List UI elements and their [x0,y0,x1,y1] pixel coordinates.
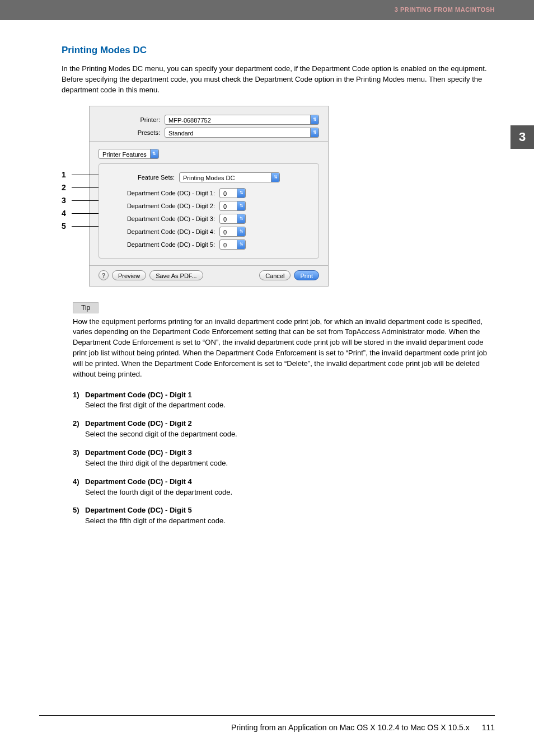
callout-4: 4 [62,207,66,220]
digit-4-select[interactable]: 0⇅ [219,227,246,237]
chevron-updown-icon: ⇅ [237,240,245,249]
help-button[interactable]: ? [99,270,109,280]
item-desc: Select the second digit of the departmen… [85,429,237,440]
digit-2-value: 0 [220,201,237,210]
header-band: 3 PRINTING FROM MACINTOSH [0,0,534,20]
item-desc: Select the fourth digit of the departmen… [85,487,232,498]
save-pdf-button[interactable]: Save As PDF... [149,270,203,280]
section-heading: Printing Modes DC [62,45,495,56]
digit-1-value: 0 [220,189,237,198]
feature-sets-label: Feature Sets: [138,174,175,181]
list-item: 2)Department Code (DC) - Digit 2Select t… [73,419,495,440]
print-dialog: Printer: MFP-06887752 ⇅ Presets: Standar… [89,106,329,287]
panel-select[interactable]: Printer Features ⇅ [99,149,159,159]
printer-select[interactable]: MFP-06887752 ⇅ [165,115,319,125]
item-title: Department Code (DC) - Digit 3 [85,448,228,458]
digit-3-select[interactable]: 0⇅ [219,214,246,224]
digit-5-value: 0 [220,240,237,249]
definition-list: 1)Department Code (DC) - Digit 1Select t… [73,390,495,527]
digit-2-select[interactable]: 0⇅ [219,201,246,211]
dialog-buttons: ? Preview Save As PDF... Cancel Print [99,270,319,280]
digit-4-label: Department Code (DC) - Digit 4: [106,228,215,235]
item-num: 2) [73,419,85,440]
digit-4-value: 0 [220,227,237,236]
feature-sets-select[interactable]: Printing Modes DC ⇅ [179,172,280,182]
chevron-updown-icon: ⇅ [237,214,245,223]
tip-body: How the equipment performs printing for … [73,317,495,380]
page-content: Printing Modes DC In the Printing Modes … [62,45,495,534]
chevron-updown-icon: ⇅ [150,149,158,158]
features-panel: Printer Features ⇅ Feature Sets: Printin… [90,141,328,266]
chevron-updown-icon: ⇅ [310,115,318,124]
list-item: 4)Department Code (DC) - Digit 4Select t… [73,477,495,498]
list-item: 3)Department Code (DC) - Digit 3Select t… [73,448,495,469]
feature-sets-value: Printing Modes DC [180,173,271,182]
chevron-updown-icon: ⇅ [237,189,245,198]
feature-group: Feature Sets: Printing Modes DC ⇅ Depart… [99,163,319,259]
footer-title: Printing from an Application on Mac OS X… [231,723,470,732]
callout-3: 3 [62,194,66,207]
chevron-updown-icon: ⇅ [237,227,245,236]
preview-button[interactable]: Preview [112,270,146,280]
printer-value: MFP-06887752 [165,115,310,124]
digit-5-select[interactable]: 0⇅ [219,240,246,250]
chevron-updown-icon: ⇅ [237,201,245,210]
figure: 1 2 3 4 5 Printer: MFP-06887752 ⇅ Preset… [62,106,495,287]
digit-5-label: Department Code (DC) - Digit 5: [106,241,215,248]
item-desc: Select the third digit of the department… [85,458,228,469]
chevron-updown-icon: ⇅ [271,173,279,182]
digit-1-select[interactable]: 0⇅ [219,188,246,198]
item-desc: Select the fifth digit of the department… [85,516,226,527]
list-item: 1)Department Code (DC) - Digit 1Select t… [73,390,495,411]
list-item: 5)Department Code (DC) - Digit 5Select t… [73,505,495,527]
item-num: 4) [73,477,85,498]
page-number: 111 [482,723,495,732]
print-button[interactable]: Print [294,270,319,280]
item-title: Department Code (DC) - Digit 4 [85,477,232,487]
cancel-button[interactable]: Cancel [259,270,291,280]
digit-2-label: Department Code (DC) - Digit 2: [106,203,215,209]
item-title: Department Code (DC) - Digit 2 [85,419,237,429]
printer-label: Printer: [99,116,160,123]
presets-label: Presets: [99,129,160,136]
digit-1-label: Department Code (DC) - Digit 1: [106,190,215,196]
footer-rule [39,715,495,716]
chapter-tab: 3 [510,125,534,149]
callout-2: 2 [62,181,66,194]
digit-3-label: Department Code (DC) - Digit 3: [106,215,215,222]
chapter-title: 3 PRINTING FROM MACINTOSH [395,6,495,13]
callout-1: 1 [62,168,66,181]
section-intro: In the Printing Modes DC menu, you can s… [62,64,495,96]
presets-select[interactable]: Standard ⇅ [165,128,319,138]
presets-value: Standard [165,128,310,137]
item-num: 1) [73,390,85,411]
tip-label: Tip [73,302,99,313]
footer: Printing from an Application on Mac OS X… [231,723,495,732]
item-title: Department Code (DC) - Digit 5 [85,505,226,516]
digit-3-value: 0 [220,214,237,223]
panel-select-value: Printer Features [99,149,150,158]
item-num: 5) [73,505,85,527]
chevron-updown-icon: ⇅ [310,128,318,137]
callout-numbers: 1 2 3 4 5 [62,168,66,233]
item-num: 3) [73,448,85,469]
item-title: Department Code (DC) - Digit 1 [85,390,226,401]
item-desc: Select the first digit of the department… [85,400,226,411]
callout-5: 5 [62,220,66,233]
